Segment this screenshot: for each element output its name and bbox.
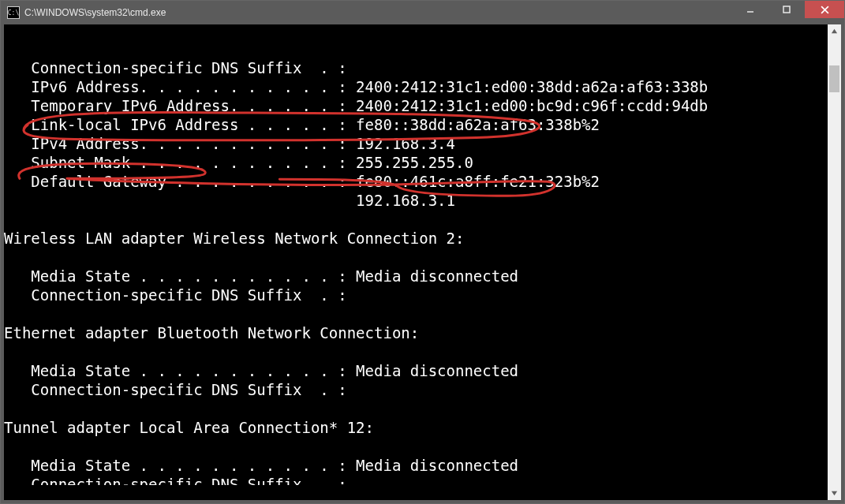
window-title: C:\WINDOWS\system32\cmd.exe (24, 7, 732, 18)
terminal-output: Connection-specific DNS Suffix . : IPv6 … (4, 39, 828, 485)
cmd-icon-text: C:\ (8, 9, 19, 17)
scrollbar-up-button[interactable] (828, 24, 841, 38)
client-area: Connection-specific DNS Suffix . : IPv6 … (4, 24, 841, 500)
scrollbar-thumb[interactable] (829, 65, 839, 92)
close-button[interactable] (805, 1, 844, 18)
window-buttons (732, 1, 844, 24)
maximize-button[interactable] (768, 1, 805, 18)
minimize-button[interactable] (732, 1, 768, 18)
scrollbar-down-button[interactable] (828, 487, 841, 500)
svg-rect-1 (783, 6, 790, 13)
svg-marker-4 (832, 29, 837, 33)
svg-marker-5 (832, 491, 837, 495)
titlebar[interactable]: C:\ C:\WINDOWS\system32\cmd.exe (1, 1, 844, 24)
cmd-icon: C:\ (7, 6, 20, 19)
vertical-scrollbar[interactable] (828, 24, 841, 500)
cmd-window: C:\ C:\WINDOWS\system32\cmd.exe Connecti… (0, 0, 845, 504)
